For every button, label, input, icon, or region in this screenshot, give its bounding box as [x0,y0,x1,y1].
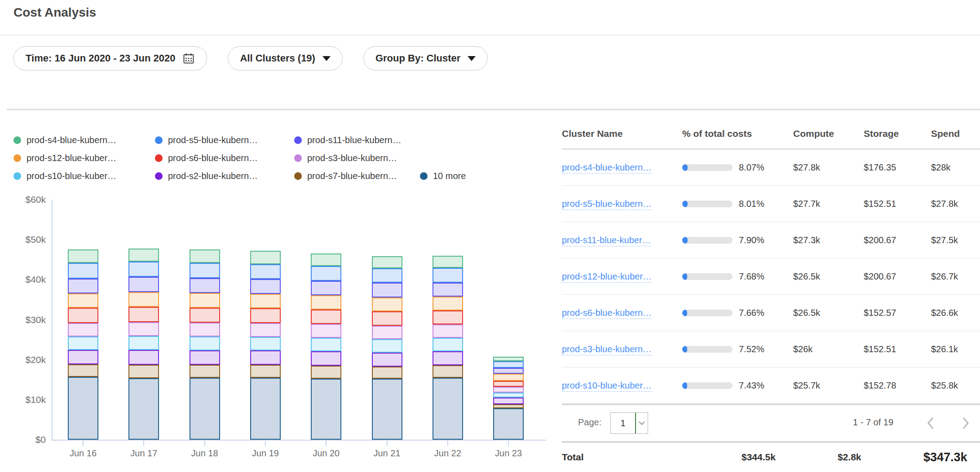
bar-segment-s4[interactable] [493,357,524,361]
next-page-button[interactable] [959,413,972,433]
bar-segment-s2[interactable] [311,351,341,366]
bar-segment-more[interactable] [190,378,220,440]
bar-segment-s2[interactable] [372,353,402,367]
bar-segment-s12[interactable] [128,292,159,307]
cluster-link[interactable]: prod-s4-blue-kubern… [562,162,652,174]
bar-segment-s2[interactable] [250,350,281,365]
bar-segment-s5[interactable] [68,263,98,279]
bar-segment-s11[interactable] [311,281,341,295]
bar-segment-s5[interactable] [128,262,159,277]
cluster-link[interactable]: prod-s12-blue-kuber… [562,271,652,283]
bar-segment-s4[interactable] [311,253,341,266]
bar-segment-s7[interactable] [190,365,220,378]
bar-segment-s10[interactable] [372,339,402,352]
bar-segment-more[interactable] [250,378,281,440]
bar-segment-s6[interactable] [433,310,463,324]
bar-segment-s7[interactable] [372,367,402,379]
bar-segment-more[interactable] [372,379,402,440]
bar-segment-s11[interactable] [190,278,220,293]
bar-segment-s10[interactable] [311,338,341,351]
bar-segment-s11[interactable] [68,279,98,293]
bar-segment-s12[interactable] [311,295,341,310]
bar-segment-s11[interactable] [433,283,463,297]
bar-segment-s4[interactable] [372,256,402,269]
cluster-link[interactable]: prod-s5-blue-kubern… [562,199,652,210]
bar-segment-s3[interactable] [433,324,463,338]
bar-segment-s2[interactable] [493,398,524,404]
bar-segment-s7[interactable] [68,364,98,377]
bar-segment-s3[interactable] [68,323,98,337]
stacked-bar-jun-16[interactable] [68,249,98,440]
bar-segment-s7[interactable] [250,365,281,378]
bar-segment-s7[interactable] [311,366,341,379]
page-select[interactable]: 1 [610,412,648,434]
bar-segment-s11[interactable] [372,283,402,297]
cluster-link[interactable]: prod-s10-blue-kuber… [562,380,652,392]
stacked-bar-jun-17[interactable] [128,249,159,440]
bar-segment-more[interactable] [311,379,341,440]
bar-segment-s4[interactable] [433,256,463,268]
bar-segment-s12[interactable] [372,297,402,311]
bar-segment-s2[interactable] [190,350,220,365]
bar-segment-s5[interactable] [493,361,524,368]
previous-page-button[interactable] [924,413,937,433]
stacked-bar-jun-21[interactable] [372,256,402,440]
bar-segment-s11[interactable] [493,368,524,373]
bar-segment-s10[interactable] [250,337,281,350]
bar-segment-s3[interactable] [190,323,220,337]
bar-segment-s4[interactable] [250,251,281,264]
bar-segment-s3[interactable] [372,326,402,339]
y-axis-tick-label: $30k [0,314,46,326]
bar-segment-s10[interactable] [128,336,159,350]
bar-segment-s5[interactable] [311,266,341,281]
bar-segment-s2[interactable] [128,350,159,365]
bar-segment-s6[interactable] [128,307,159,322]
bar-segment-s3[interactable] [493,387,524,392]
bar-segment-s4[interactable] [128,249,159,262]
cluster-link[interactable]: prod-s11-blue-kuber… [562,235,651,246]
bar-segment-s10[interactable] [433,338,463,351]
bar-segment-s2[interactable] [433,351,463,365]
bar-segment-s7[interactable] [433,365,463,378]
bar-segment-s12[interactable] [68,293,98,308]
bar-segment-s6[interactable] [250,308,281,323]
bar-segment-s5[interactable] [433,268,463,282]
bar-segment-s12[interactable] [433,297,463,310]
bar-segment-s3[interactable] [311,324,341,338]
stacked-bar-jun-20[interactable] [311,253,341,440]
stacked-bar-jun-23[interactable] [493,357,524,440]
bar-segment-s2[interactable] [68,350,98,364]
bar-segment-s3[interactable] [128,322,159,336]
y-axis-tick-label: $40k [0,274,46,285]
bar-segment-s5[interactable] [372,268,402,283]
bar-segment-s4[interactable] [68,249,98,262]
bar-segment-s6[interactable] [372,311,402,326]
bar-segment-s3[interactable] [250,323,281,337]
bar-segment-s11[interactable] [128,277,159,292]
bar-segment-s4[interactable] [190,249,220,262]
cluster-link[interactable]: prod-s3-blue-kubern… [562,344,652,355]
stacked-bar-jun-18[interactable] [190,249,220,440]
bar-segment-s6[interactable] [190,308,220,323]
bar-segment-s5[interactable] [190,263,220,278]
bar-segment-more[interactable] [68,377,98,440]
bar-segment-s10[interactable] [190,337,220,350]
bar-segment-s6[interactable] [311,310,341,324]
bar-segment-s6[interactable] [493,381,524,387]
bar-segment-s11[interactable] [250,279,281,293]
bar-segment-s10[interactable] [493,393,524,398]
stacked-bar-jun-22[interactable] [433,256,463,440]
bar-segment-s6[interactable] [68,308,98,323]
bar-segment-s12[interactable] [250,294,281,308]
bar-segment-more[interactable] [128,378,159,440]
bar-segment-s7[interactable] [128,365,159,378]
bar-segment-s12[interactable] [493,374,524,381]
bar-segment-s12[interactable] [190,293,220,308]
bar-segment-s5[interactable] [250,264,281,280]
stacked-bar-jun-19[interactable] [250,251,281,440]
bar-segment-more[interactable] [493,408,524,440]
bar-segment-s10[interactable] [68,337,98,350]
bar-segment-s7[interactable] [493,404,524,409]
cluster-link[interactable]: prod-s6-blue-kubern… [562,308,652,319]
bar-segment-more[interactable] [433,378,463,440]
